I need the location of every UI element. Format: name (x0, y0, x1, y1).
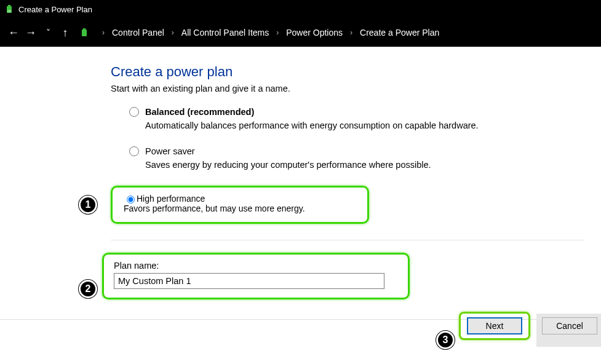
plan-label-balanced: Balanced (recommended) (145, 107, 254, 117)
radio-high[interactable] (127, 196, 135, 204)
svg-rect-2 (7, 10, 11, 12)
breadcrumb: › Control Panel › All Control Panel Item… (98, 26, 443, 39)
chevron-right-icon: › (172, 28, 174, 37)
nav-recent[interactable]: ˅ (39, 24, 57, 41)
battery-icon-path (80, 28, 90, 38)
nav-forward[interactable]: → (22, 24, 39, 41)
svg-rect-4 (83, 28, 86, 30)
breadcrumb-power-options[interactable]: Power Options (284, 26, 345, 39)
footer: Next Cancel (0, 316, 601, 347)
plan-name-input[interactable] (114, 273, 384, 289)
chevron-right-icon: › (102, 28, 105, 37)
chevron-right-icon: › (350, 28, 352, 37)
plan-desc-balanced: Automatically balances performance with … (145, 121, 576, 130)
annotation-1: 1 (79, 196, 97, 214)
page-heading: Create a power plan (111, 64, 576, 80)
title-bar: Create a Power Plan (0, 0, 601, 18)
nav-up[interactable]: ↑ (57, 24, 74, 41)
plan-label-saver: Power saver (145, 146, 195, 156)
breadcrumb-all-items[interactable]: All Control Panel Items (179, 26, 271, 39)
plan-option-balanced[interactable]: Balanced (recommended) Automatically bal… (129, 107, 576, 130)
plan-option-high-highlight[interactable]: High performance Favors performance, but… (111, 186, 369, 224)
nav-back[interactable]: ← (5, 24, 22, 41)
plan-desc-high: Favors performance, but may use more ene… (124, 204, 356, 213)
battery-icon (5, 4, 15, 14)
chevron-right-icon: › (276, 28, 279, 37)
radio-saver[interactable] (129, 146, 139, 156)
next-button[interactable]: Next (467, 317, 522, 334)
page-subtitle: Start with an existing plan and give it … (111, 84, 576, 93)
plan-option-saver[interactable]: Power saver Saves energy by reducing you… (129, 146, 576, 170)
window-title: Create a Power Plan (18, 5, 92, 14)
breadcrumb-create-plan[interactable]: Create a Power Plan (357, 26, 442, 39)
svg-rect-1 (8, 5, 10, 6)
next-button-highlight: Next (459, 312, 530, 340)
plan-name-highlight: Plan name: (102, 253, 410, 299)
annotation-3: 3 (436, 331, 455, 349)
cancel-button[interactable]: Cancel (542, 317, 597, 334)
divider (111, 240, 584, 240)
plan-name-label: Plan name: (114, 261, 398, 271)
plan-desc-saver: Saves energy by reducing your computer's… (145, 160, 576, 170)
nav-bar: ← → ˅ ↑ › Control Panel › All Control Pa… (0, 18, 601, 47)
svg-rect-3 (82, 30, 87, 36)
plan-label-high: High performance (137, 194, 205, 204)
annotation-2: 2 (79, 280, 97, 298)
content-area: Create a power plan Start with an existi… (0, 47, 601, 299)
radio-balanced[interactable] (129, 107, 139, 117)
breadcrumb-control-panel[interactable]: Control Panel (109, 26, 167, 39)
